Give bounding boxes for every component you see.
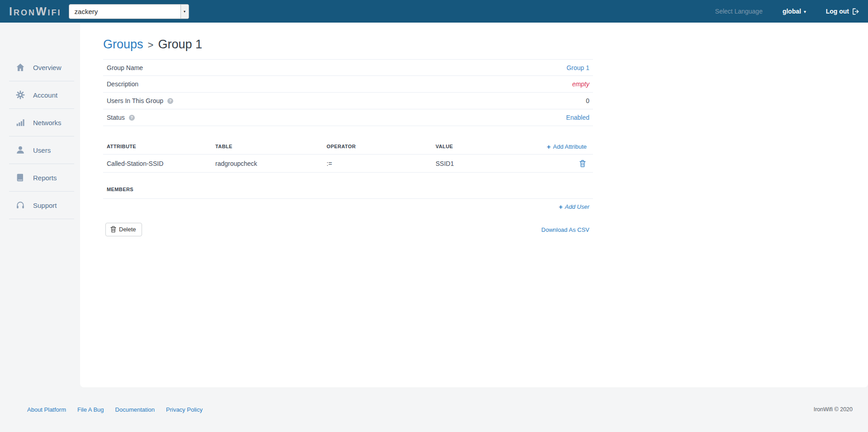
page-title: Group 1 (158, 38, 202, 52)
add-user-label: Add User (565, 203, 589, 210)
detail-label: Users In This Group ? (107, 97, 173, 104)
col-header-value: VALUE (436, 144, 512, 149)
ironwifi-logo[interactable]: IronWifi (9, 5, 62, 18)
detail-row-group-name: Group Name Group 1 (103, 59, 593, 76)
region-dropdown[interactable]: global ▾ (783, 8, 806, 15)
select-caret-icon: ▾ (180, 5, 189, 19)
sidebar-item-overview[interactable]: Overview (9, 54, 74, 81)
account-select[interactable]: zackery ▾ (69, 4, 189, 19)
book-icon (14, 173, 26, 183)
trash-icon (110, 226, 116, 233)
top-navbar: IronWifi zackery ▾ Select Language globa… (0, 0, 868, 23)
detail-label: Group Name (107, 64, 143, 71)
footer-link-about-platform[interactable]: About Platform (27, 406, 66, 413)
breadcrumb-separator: > (148, 39, 154, 51)
home-icon (14, 62, 26, 72)
add-user-button[interactable]: + Add User (559, 203, 589, 210)
sidebar-item-users[interactable]: Users (9, 136, 74, 164)
sidebar-item-label: Overview (33, 64, 62, 71)
sidebar-item-reports[interactable]: Reports (9, 164, 74, 192)
navbar-right: Select Language global ▾ Log out (715, 8, 860, 15)
footer: About Platform File A Bug Documentation … (0, 387, 868, 432)
detail-label: Description (107, 80, 138, 88)
detail-row-status: Status ? Enabled (103, 109, 593, 126)
help-icon[interactable]: ? (129, 115, 135, 121)
group-name-value-link[interactable]: Group 1 (566, 64, 589, 71)
sidebar-item-account[interactable]: Account (9, 81, 74, 109)
logout-icon (852, 8, 860, 15)
members-title: MEMBERS (103, 187, 593, 199)
add-attribute-button[interactable]: + Add Attribute (547, 143, 587, 150)
user-icon (14, 145, 26, 155)
attribute-name-cell: Called-Station-SSID (107, 160, 215, 167)
members-section: MEMBERS + Add User (103, 187, 593, 210)
description-empty-value[interactable]: empty (572, 80, 589, 88)
footer-links: About Platform File A Bug Documentation … (27, 406, 203, 413)
chevron-down-icon: ▾ (804, 9, 806, 14)
footer-link-privacy-policy[interactable]: Privacy Policy (166, 406, 203, 413)
sidebar-item-label: Support (33, 202, 57, 209)
logout-button[interactable]: Log out (826, 8, 860, 15)
col-header-attribute: ATTRIBUTE (107, 144, 215, 149)
detail-row-users-count: Users In This Group ? 0 (103, 93, 593, 109)
sidebar-item-networks[interactable]: Networks (9, 109, 74, 136)
logout-label: Log out (826, 8, 849, 15)
main-layout: Overview (0, 23, 868, 387)
detail-label-text: Status (107, 114, 125, 121)
col-header-operator: OPERATOR (327, 144, 436, 149)
attributes-table: ATTRIBUTE TABLE OPERATOR VALUE + Add Att… (103, 139, 593, 173)
bar-chart-icon (14, 117, 26, 127)
sidebar-item-label: Networks (33, 119, 62, 127)
delete-group-button[interactable]: Delete (105, 223, 142, 236)
attribute-table-cell: radgroupcheck (215, 160, 327, 167)
download-csv-link[interactable]: Download As CSV (541, 226, 589, 233)
account-select-value: zackery (69, 8, 180, 15)
users-count-value: 0 (586, 97, 589, 104)
caret-down-icon: ▾ (184, 9, 185, 14)
sidebar-item-label: Reports (33, 174, 57, 182)
help-icon[interactable]: ? (167, 98, 173, 104)
select-language-link[interactable]: Select Language (715, 8, 763, 15)
actions-row: Delete Download As CSV (103, 223, 593, 236)
headset-icon (14, 200, 26, 210)
delete-button-label: Delete (119, 226, 136, 233)
attribute-row: Called-Station-SSID radgroupcheck := SSI… (103, 154, 593, 173)
sidebar-item-label: Account (33, 91, 57, 99)
content-panel: Groups > Group 1 Group Name Group 1 Desc… (80, 23, 868, 387)
sidebar-item-label: Users (33, 146, 51, 154)
group-details-table: Group Name Group 1 Description empty Use… (103, 59, 593, 126)
delete-attribute-button[interactable] (579, 159, 587, 168)
col-header-table: TABLE (215, 144, 327, 149)
detail-label: Status ? (107, 114, 135, 121)
region-label: global (783, 8, 801, 15)
breadcrumb: Groups > Group 1 (103, 38, 593, 52)
footer-link-file-a-bug[interactable]: File A Bug (77, 406, 104, 413)
plus-icon: + (559, 203, 563, 210)
sidebar: Overview (0, 23, 80, 387)
plus-icon: + (547, 143, 551, 150)
status-value-link[interactable]: Enabled (566, 114, 589, 121)
detail-label-text: Users In This Group (107, 97, 163, 104)
attributes-header-row: ATTRIBUTE TABLE OPERATOR VALUE + Add Att… (103, 139, 593, 154)
add-attribute-label: Add Attribute (553, 143, 587, 150)
trash-icon (579, 160, 586, 167)
gear-icon (14, 90, 26, 100)
detail-row-description: Description empty (103, 76, 593, 93)
footer-link-documentation[interactable]: Documentation (115, 406, 155, 413)
attribute-operator-cell[interactable]: := (327, 160, 436, 167)
sidebar-item-support[interactable]: Support (9, 192, 74, 219)
breadcrumb-groups-link[interactable]: Groups (103, 38, 143, 52)
attribute-value-link[interactable]: SSID1 (436, 160, 512, 167)
copyright-text: IronWifi © 2020 (814, 406, 853, 413)
